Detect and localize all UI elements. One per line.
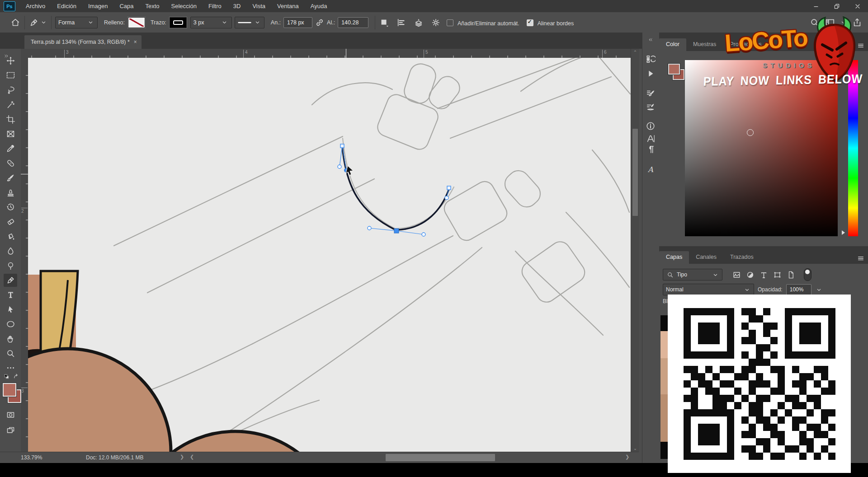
expand-panels-icon[interactable] bbox=[648, 36, 653, 44]
shape-width-field[interactable]: 178 px bbox=[283, 17, 312, 28]
horizontal-scroll-thumb[interactable] bbox=[386, 454, 495, 461]
tab-trazados[interactable]: Trazados bbox=[723, 251, 760, 264]
clone-stamp-tool[interactable] bbox=[4, 186, 17, 199]
path-operations-icon[interactable] bbox=[379, 17, 390, 28]
layer-image-filter-icon[interactable] bbox=[731, 270, 741, 280]
dodge-tool[interactable] bbox=[4, 259, 17, 272]
opacity-field[interactable]: 100% bbox=[786, 284, 811, 295]
blur-tool[interactable] bbox=[4, 244, 17, 257]
pen-tool[interactable] bbox=[4, 274, 17, 287]
search-icon[interactable] bbox=[809, 17, 820, 28]
paint-bucket-tool[interactable] bbox=[4, 230, 17, 243]
stroke-style-select[interactable] bbox=[235, 17, 264, 28]
canvas-artboard[interactable] bbox=[28, 58, 631, 452]
actions-panel-icon[interactable] bbox=[646, 69, 656, 80]
quick-mask-button[interactable] bbox=[4, 408, 17, 421]
screen-mode-button[interactable] bbox=[4, 424, 17, 437]
document-tab[interactable]: Terra.psb al 134% (Forma 33, RGB/8) * × bbox=[24, 35, 142, 49]
auto-add-checkbox[interactable]: Añadir/Eliminar automát. bbox=[447, 19, 519, 27]
color-picker-cursor[interactable] bbox=[747, 129, 754, 136]
menu-item-selecci-n[interactable]: Selección bbox=[165, 0, 203, 12]
menu-item-filtro[interactable]: Filtro bbox=[203, 0, 227, 12]
menu-item-3d[interactable]: 3D bbox=[227, 0, 247, 12]
brushes-panel-icon[interactable] bbox=[646, 102, 656, 113]
path-anchor-handles[interactable] bbox=[338, 144, 451, 236]
history-brush-tool[interactable] bbox=[4, 201, 17, 214]
close-button[interactable] bbox=[847, 0, 868, 12]
pen-tool-preset-icon[interactable] bbox=[28, 17, 39, 28]
tab-color[interactable]: Color bbox=[659, 38, 686, 51]
character-panel-icon[interactable] bbox=[646, 134, 656, 145]
hand-tool[interactable] bbox=[4, 332, 17, 346]
stroke-width-select[interactable]: 3 px bbox=[190, 17, 232, 28]
path-options-gear-icon[interactable] bbox=[430, 17, 441, 28]
close-tab-icon[interactable]: × bbox=[134, 39, 137, 45]
checkbox-icon[interactable] bbox=[447, 19, 453, 26]
lasso-tool[interactable] bbox=[4, 84, 17, 97]
panel-foreground-swatch[interactable] bbox=[668, 64, 680, 75]
status-expand-icon[interactable]: ❯ bbox=[180, 454, 184, 460]
pen-path[interactable] bbox=[338, 144, 451, 236]
scroll-up-icon[interactable]: ⌃ bbox=[631, 50, 639, 55]
layer-thumbnail[interactable] bbox=[660, 315, 668, 459]
tool-mode-select[interactable]: Forma bbox=[55, 17, 98, 28]
quick-selection-tool[interactable] bbox=[4, 98, 17, 111]
minimize-button[interactable] bbox=[806, 0, 826, 12]
menu-item-edici-n[interactable]: Edición bbox=[51, 0, 82, 12]
left-ruler[interactable]: 23 bbox=[21, 58, 28, 452]
healing-brush-tool[interactable] bbox=[4, 157, 17, 170]
layer-adjust-filter-icon[interactable] bbox=[745, 270, 755, 280]
crop-tool[interactable] bbox=[4, 113, 17, 126]
fill-swatch[interactable] bbox=[128, 17, 145, 28]
scroll-left-icon[interactable]: ❮ bbox=[190, 454, 194, 460]
share-icon[interactable] bbox=[852, 17, 863, 28]
menu-item-ayuda[interactable]: Ayuda bbox=[305, 0, 333, 12]
menu-item-texto[interactable]: Texto bbox=[139, 0, 165, 12]
layers-panel-menu-icon[interactable] bbox=[857, 255, 864, 264]
glyphs-panel-icon[interactable]: A bbox=[646, 164, 656, 175]
chevron-down-icon[interactable] bbox=[815, 285, 823, 294]
link-dimensions-icon[interactable] bbox=[314, 17, 325, 28]
layer-filter-select[interactable]: Tipo bbox=[663, 269, 722, 281]
align-edges-checkbox[interactable]: Alinear bordes bbox=[527, 19, 574, 27]
path-arrangement-icon[interactable] bbox=[413, 17, 424, 28]
path-alignment-icon[interactable] bbox=[396, 17, 407, 28]
shape-height-field[interactable]: 140.28 bbox=[338, 17, 368, 28]
scroll-down-icon[interactable]: ⌄ bbox=[631, 446, 639, 451]
home-icon[interactable] bbox=[10, 17, 21, 28]
eyedropper-tool[interactable] bbox=[4, 142, 17, 155]
layer-type-filter-icon[interactable] bbox=[759, 270, 769, 280]
vertical-scrollbar[interactable]: ⌃ ⌄ bbox=[631, 49, 639, 452]
top-ruler[interactable]: 3456 bbox=[28, 49, 631, 58]
scroll-right-icon[interactable]: ❯ bbox=[625, 454, 629, 460]
vertical-scroll-thumb[interactable] bbox=[632, 129, 638, 216]
path-selection-tool[interactable] bbox=[4, 303, 17, 316]
brush-settings-panel-icon[interactable] bbox=[646, 89, 656, 99]
marquee-tool[interactable] bbox=[4, 69, 17, 82]
restore-button[interactable] bbox=[826, 0, 847, 12]
layer-shape-filter-icon[interactable] bbox=[772, 270, 782, 280]
layer-smart-filter-icon[interactable] bbox=[786, 270, 796, 280]
move-tool[interactable] bbox=[4, 54, 17, 67]
blend-mode-select[interactable]: Normal bbox=[663, 284, 754, 295]
info-panel-icon[interactable] bbox=[646, 121, 656, 132]
ruler-origin-corner[interactable] bbox=[21, 49, 28, 58]
frame-tool[interactable] bbox=[4, 127, 17, 140]
history-panel-icon[interactable] bbox=[646, 54, 656, 65]
swap-colors-icon[interactable] bbox=[12, 372, 20, 380]
filter-toggle[interactable] bbox=[804, 268, 811, 281]
chevron-down-icon[interactable] bbox=[839, 19, 847, 27]
hue-marker-icon[interactable] bbox=[842, 230, 845, 235]
foreground-color-swatch[interactable] bbox=[3, 383, 16, 397]
paragraph-panel-icon[interactable] bbox=[646, 145, 656, 155]
stroke-swatch[interactable] bbox=[170, 17, 187, 28]
tab-canales[interactable]: Canales bbox=[689, 251, 723, 264]
chevron-down-icon[interactable] bbox=[39, 19, 47, 27]
zoom-tool[interactable] bbox=[4, 347, 17, 360]
color-panel-menu-icon[interactable] bbox=[857, 42, 864, 51]
zoom-level-field[interactable]: 133.79% bbox=[21, 454, 42, 461]
menu-item-vista[interactable]: Vista bbox=[246, 0, 271, 12]
tab-capas[interactable]: Capas bbox=[659, 251, 689, 264]
menu-item-ventana[interactable]: Ventana bbox=[271, 0, 305, 12]
menu-item-archivo[interactable]: Archivo bbox=[20, 0, 51, 12]
